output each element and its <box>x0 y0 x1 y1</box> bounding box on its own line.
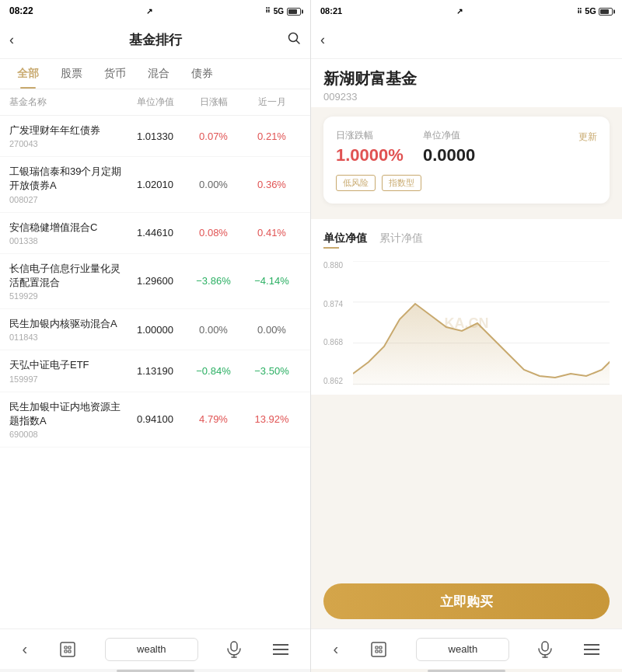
nav-label: 单位净值 <box>423 129 510 142</box>
fund-detail-name: 新湖财富基金 009233 <box>311 59 622 107</box>
right-signal-dots: ⠿ <box>577 8 582 16</box>
right-home-indicator <box>311 669 622 672</box>
right-nav-search-label: wealth <box>449 643 478 655</box>
buy-button[interactable]: 立即购买 <box>323 583 610 619</box>
svg-rect-5 <box>65 650 67 653</box>
buy-section: 立即购买 <box>311 574 622 628</box>
tab-bond[interactable]: 债券 <box>180 59 224 89</box>
right-nav-menu-button[interactable] <box>581 640 603 659</box>
fund-name-col: 天弘中证电子ETF 159997 <box>9 358 126 383</box>
right-header: ‹ <box>311 22 622 59</box>
svg-rect-3 <box>65 646 67 649</box>
right-status-icons: ⠿ 5G <box>577 6 613 16</box>
right-status-bar: 08:21 ↗ ⠿ 5G <box>311 0 622 22</box>
svg-rect-22 <box>542 642 548 651</box>
tab-all[interactable]: 全部 <box>6 59 50 89</box>
nav-col: 单位净值 0.0000 <box>423 129 510 165</box>
fund-item[interactable]: 长信电子信息行业量化灵活配置混合 519929 1.29600 −3.86% −… <box>0 254 310 309</box>
left-nav-search-box[interactable]: wealth <box>105 638 198 661</box>
change-label: 日涨跌幅 <box>336 129 423 142</box>
left-nav-back-button[interactable]: ‹ <box>19 637 30 661</box>
right-location-icon: ↗ <box>456 7 463 16</box>
fund-item[interactable]: 民生加银中证内地资源主题指数A 690008 0.94100 4.79% 13.… <box>0 392 310 447</box>
right-nav-mic-button[interactable] <box>535 638 555 661</box>
tab-mixed[interactable]: 混合 <box>137 59 180 89</box>
fund-name-col: 民生加银中证内地资源主题指数A 690008 <box>9 400 126 439</box>
left-status-icons: ⠿ 5G <box>265 7 301 16</box>
right-nav-back-button[interactable]: ‹ <box>330 637 342 661</box>
detail-card-top: 日涨跌幅 1.0000% 单位净值 0.0000 更新 <box>336 129 597 165</box>
fund-code: 009233 <box>323 91 610 103</box>
fund-name-col: 民生加银内核驱动混合A 011843 <box>9 317 126 342</box>
svg-rect-6 <box>68 650 71 653</box>
svg-line-1 <box>297 41 300 44</box>
chart-tabs: 单位净值 累计净值 <box>323 228 610 252</box>
col-change: 日涨幅 <box>184 96 243 109</box>
tag-low-risk: 低风险 <box>336 175 376 191</box>
right-network: 5G <box>585 6 596 16</box>
tag-index-type: 指数型 <box>382 175 421 191</box>
fund-item[interactable]: 民生加银内核驱动混合A 011843 1.00000 0.00% 0.00% <box>0 309 310 350</box>
left-nav-mic-button[interactable] <box>224 638 244 661</box>
left-location-icon: ↗ <box>146 7 152 16</box>
left-panel: 08:22 ↗ ⠿ 5G ‹ 基金排行 全部 股票 货币 混合 债券 基金名称 … <box>0 0 311 672</box>
y-axis: 0.880 0.874 0.868 0.862 <box>323 261 353 385</box>
col-name: 基金名称 <box>9 96 126 109</box>
fund-item[interactable]: 广发理财年年红债券 270043 1.01330 0.07% 0.21% <box>0 116 310 157</box>
col-nav: 单位净值 <box>126 96 184 109</box>
svg-point-0 <box>289 33 298 42</box>
change-col: 日涨跌幅 1.0000% <box>336 129 423 165</box>
left-header: ‹ 基金排行 <box>0 22 310 59</box>
left-tabs: 全部 股票 货币 混合 债券 <box>0 59 310 89</box>
svg-rect-4 <box>68 646 71 649</box>
right-battery-icon <box>599 6 613 16</box>
svg-rect-2 <box>61 642 75 656</box>
chart-container: 0.880 0.874 0.868 0.862 KA.CN <box>323 261 610 385</box>
y-label-1: 0.874 <box>323 300 353 308</box>
svg-rect-21 <box>379 650 382 653</box>
fund-name-col: 工银瑞信泰和39个月定期开放债券A 008027 <box>9 165 126 204</box>
svg-rect-17 <box>372 642 386 656</box>
fund-item[interactable]: 工银瑞信泰和39个月定期开放债券A 008027 1.02010 0.00% 0… <box>0 157 310 212</box>
svg-rect-18 <box>376 646 378 649</box>
right-nav-search-box[interactable]: wealth <box>416 638 509 661</box>
left-nav-search-label: wealth <box>137 643 166 655</box>
fund-list: 广发理财年年红债券 270043 1.01330 0.07% 0.21% 工银瑞… <box>0 116 310 628</box>
fund-item[interactable]: 安信稳健增值混合C 001338 1.44610 0.08% 0.41% <box>0 213 310 254</box>
left-bottom-nav: ‹ wealth <box>0 628 310 669</box>
left-back-button[interactable]: ‹ <box>9 32 14 48</box>
right-bottom-nav: ‹ wealth <box>311 628 622 669</box>
detail-card: 日涨跌幅 1.0000% 单位净值 0.0000 更新 低风险 指数型 <box>323 117 610 204</box>
y-label-2: 0.868 <box>323 338 353 346</box>
svg-rect-19 <box>379 646 382 649</box>
tab-stock[interactable]: 股票 <box>50 59 93 89</box>
right-nav-home-button[interactable] <box>367 638 390 661</box>
left-search-button[interactable] <box>287 31 301 49</box>
left-nav-home-button[interactable] <box>56 638 79 661</box>
left-battery-icon <box>287 7 301 16</box>
svg-rect-7 <box>231 642 237 651</box>
col-month: 近一月 <box>243 96 301 109</box>
left-nav-menu-button[interactable] <box>270 640 292 659</box>
right-back-button[interactable]: ‹ <box>320 32 325 48</box>
fund-item[interactable]: 天弘中证电子ETF 159997 1.13190 −0.84% −3.50% <box>0 350 310 392</box>
table-header: 基金名称 单位净值 日涨幅 近一月 <box>0 89 310 116</box>
fund-name-col: 长信电子信息行业量化灵活配置混合 519929 <box>9 262 126 301</box>
fund-name-col: 广发理财年年红债券 270043 <box>9 124 126 148</box>
nav-value: 0.0000 <box>423 145 510 165</box>
fund-name-title: 新湖财富基金 <box>323 68 610 89</box>
left-time: 08:22 <box>9 5 33 16</box>
y-label-3: 0.862 <box>323 377 353 385</box>
chart-tab-nav[interactable]: 单位净值 <box>323 228 379 252</box>
chart-tab-cumulative[interactable]: 累计净值 <box>379 228 435 252</box>
left-home-indicator <box>0 669 310 672</box>
update-button[interactable]: 更新 <box>578 131 597 142</box>
right-time: 08:21 <box>320 6 342 16</box>
left-signal-dots: ⠿ <box>265 7 271 15</box>
left-network: 5G <box>274 7 284 16</box>
tab-currency[interactable]: 货币 <box>93 59 137 89</box>
fund-name-col: 安信稳健增值混合C 001338 <box>9 221 126 245</box>
y-label-0: 0.880 <box>323 261 353 270</box>
svg-rect-20 <box>376 650 378 653</box>
tag-row: 低风险 指数型 <box>336 175 597 191</box>
